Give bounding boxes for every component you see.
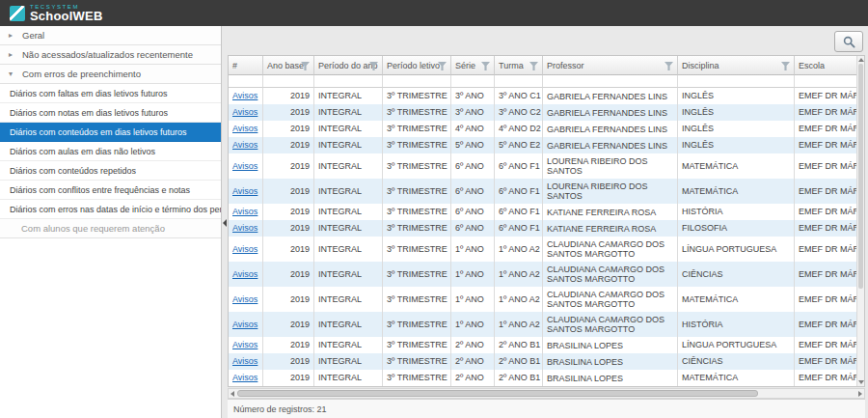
cell-ano_base: 2019 — [263, 237, 314, 262]
cell-professor: KATIANE FERREIRA ROSA — [543, 220, 678, 237]
hscroll-thumb[interactable] — [237, 390, 758, 397]
column-header-turma[interactable]: Turma — [495, 56, 543, 75]
avisos-link[interactable]: Avisos — [232, 91, 258, 100]
sidebar-item-diarios-com-erros-nas-datas-de-inicio-e-te[interactable]: Diários com erros nas datas de início e … — [0, 200, 221, 219]
cell-professor: BRASILINA LOPES — [543, 370, 678, 386]
cell-serie: 6º ANO — [451, 179, 495, 204]
filter-cell-num[interactable] — [229, 75, 263, 88]
cell-num: Avisos — [229, 179, 263, 204]
sidebar-section-com-alunos-que-requerem-atencao[interactable]: Com alunos que requerem atenção — [0, 219, 221, 238]
filter-cell-periodo-letivo[interactable] — [383, 75, 451, 88]
record-count: Número de registros: 21 — [233, 404, 327, 414]
scroll-left-icon[interactable] — [231, 391, 234, 397]
chevron-right-icon: ▸ — [9, 32, 15, 40]
avisos-link[interactable]: Avisos — [232, 356, 258, 366]
cell-serie: 1º ANO — [451, 287, 495, 312]
avisos-link[interactable]: Avisos — [232, 373, 258, 382]
cell-professor: GABRIELA FERNANDES LINS — [543, 88, 678, 104]
column-header-escola[interactable]: Escola — [795, 56, 856, 75]
filter-cell-turma[interactable] — [495, 75, 543, 88]
horizontal-scrollbar[interactable] — [228, 388, 865, 399]
avisos-link[interactable]: Avisos — [232, 269, 258, 279]
search-button[interactable] — [834, 31, 863, 52]
filter-icon[interactable] — [481, 62, 490, 70]
sidebar-section-com-erros-de-preenchimento[interactable]: ▾Com erros de preenchimento — [0, 65, 221, 84]
scroll-right-icon[interactable] — [858, 391, 862, 397]
column-header-ano-base[interactable]: Ano base — [263, 56, 314, 75]
filter-cell-serie[interactable] — [451, 75, 495, 88]
cell-periodo_letivo: 3º TRIMESTRE — [383, 337, 451, 353]
column-header-professor[interactable]: Professor — [543, 56, 678, 75]
cell-serie: 2º ANO — [451, 337, 495, 353]
cell-ano_base: 2019 — [263, 104, 314, 121]
column-header-label: Período letivo — [387, 61, 440, 70]
column-header-periodo-letivo[interactable]: Período letivo — [383, 56, 451, 75]
filter-cell-escola[interactable] — [795, 75, 856, 88]
avisos-link[interactable]: Avisos — [232, 320, 258, 329]
avisos-link[interactable]: Avisos — [232, 186, 258, 196]
cell-periodo_do_ano: INTEGRAL — [314, 204, 383, 220]
sidebar-item-diarios-com-conteudos-repetidos[interactable]: Diários com conteúdos repetidos — [0, 161, 221, 181]
sidebar-item-diarios-com-faltas-em-dias-letivos-futuros[interactable]: Diários com faltas em dias letivos futur… — [0, 84, 221, 103]
filter-icon[interactable] — [529, 62, 538, 70]
table-row: Avisos2019INTEGRAL3º TRIMESTRE1º ANO1º A… — [229, 237, 856, 262]
cell-turma: 6º ANO F1 — [495, 220, 543, 237]
cell-disciplina: MATEMÁTICA — [678, 153, 795, 179]
avisos-link[interactable]: Avisos — [232, 294, 258, 304]
sidebar-item-diarios-com-conflitos-entre-frequencias-e-[interactable]: Diários com conflitos entre frequências … — [0, 181, 221, 200]
filter-icon[interactable] — [665, 62, 673, 70]
scroll-down-icon[interactable] — [858, 380, 864, 384]
cell-escola: EMEF DR MÁRIO VE — [795, 370, 856, 386]
cell-num: Avisos — [229, 104, 263, 121]
avisos-link[interactable]: Avisos — [232, 340, 258, 349]
cell-escola: EMEF DR MÁRIO VE — [795, 204, 856, 220]
avisos-link[interactable]: Avisos — [232, 161, 258, 171]
cell-serie: 5º ANO — [451, 137, 495, 153]
cell-professor: LOURENA RIBEIRO DOS SANTOS — [543, 179, 678, 204]
cell-disciplina: INGLÊS — [678, 88, 795, 104]
cell-periodo_letivo: 3º TRIMESTRE — [383, 88, 451, 104]
column-header-num[interactable]: # — [229, 56, 263, 75]
sidebar-item-diarios-com-aulas-em-dias-nao-letivos[interactable]: Diários com aulas em dias não letivos — [0, 142, 221, 161]
filter-cell-professor[interactable] — [543, 75, 678, 88]
sidebar-item-diarios-com-notas-em-dias-letivos-futuros[interactable]: Diários com notas em dias letivos futuro… — [0, 103, 221, 123]
cell-serie: 2º ANO — [451, 370, 495, 386]
column-header-periodo-do-ano[interactable]: Período do ano — [314, 56, 383, 75]
cell-professor: BRASILINA LOPES — [543, 337, 678, 353]
cell-ano_base: 2019 — [263, 121, 314, 137]
avisos-link[interactable]: Avisos — [232, 107, 258, 117]
vertical-scrollbar[interactable] — [856, 56, 864, 386]
cell-num: Avisos — [229, 153, 263, 179]
app-window: TECSYSTEM SchoolWEB ▸Geral▸Não acessados… — [0, 0, 868, 418]
column-header-serie[interactable]: Série — [451, 56, 495, 75]
cell-periodo_letivo: 3º TRIMESTRE — [383, 220, 451, 237]
scroll-up-icon[interactable] — [858, 58, 864, 62]
avisos-link[interactable]: Avisos — [232, 207, 258, 216]
grid-header-row: #Ano basePeríodo do anoPeríodo letivoSér… — [229, 56, 856, 75]
filter-icon[interactable] — [781, 62, 790, 70]
cell-disciplina: INGLÊS — [678, 104, 795, 121]
filter-cell-ano-base[interactable] — [263, 75, 314, 88]
cell-periodo_do_ano: INTEGRAL — [314, 137, 383, 153]
sidebar-section-nao-acessados-atualizados-recentemente[interactable]: ▸Não acessados/atualizados recentemente — [0, 45, 221, 65]
sidebar-section-geral[interactable]: ▸Geral — [0, 26, 221, 45]
cell-disciplina: LÍNGUA PORTUGUESA — [678, 237, 795, 262]
cell-num: Avisos — [229, 337, 263, 353]
cell-num: Avisos — [229, 204, 263, 220]
cell-periodo_letivo: 3º TRIMESTRE — [383, 370, 451, 386]
cell-periodo_do_ano: INTEGRAL — [314, 370, 383, 386]
avisos-link[interactable]: Avisos — [232, 140, 258, 150]
sidebar-section-label: Não acessados/atualizados recentemente — [22, 49, 193, 60]
avisos-link[interactable]: Avisos — [232, 223, 258, 233]
cell-professor: CLAUDIANA CAMARGO DOS SANTOS MARGOTTO — [543, 287, 678, 312]
collapse-arrow-icon — [223, 219, 227, 227]
filter-cell-disciplina[interactable] — [678, 75, 795, 88]
column-header-disciplina[interactable]: Disciplina — [678, 56, 795, 75]
cell-periodo_letivo: 3º TRIMESTRE — [383, 287, 451, 312]
vscroll-thumb[interactable] — [858, 64, 863, 289]
filter-cell-periodo-do-ano[interactable] — [314, 75, 383, 88]
avisos-link[interactable]: Avisos — [232, 124, 258, 133]
cell-escola: EMEF DR MÁRIO VE — [795, 104, 856, 121]
avisos-link[interactable]: Avisos — [232, 244, 258, 254]
sidebar-item-diarios-com-conteudos-em-dias-letivos-futu[interactable]: Diários com conteúdos em dias letivos fu… — [0, 123, 221, 142]
